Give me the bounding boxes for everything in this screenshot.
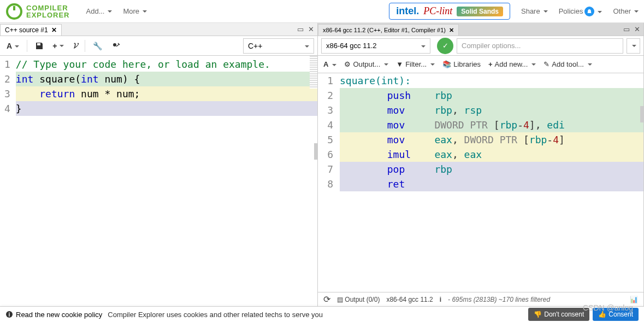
compiler-options-menu[interactable] [627, 38, 640, 54]
svg-rect-1 [13, 6, 15, 10]
logo-icon [5, 3, 23, 20]
source-tabbar: C++ source #1 ✕ ▭ ✕ [0, 23, 317, 36]
close-pane-icon[interactable]: ✕ [308, 25, 314, 33]
add-tool-button[interactable]: ✎ Add tool... [543, 60, 592, 68]
scrollbar[interactable] [640, 106, 643, 122]
logo-text: COMPILER EXPLORER [26, 4, 70, 19]
main-split: C++ source #1 ✕ ▭ ✕ A + 𝓥 🔧 C++ 1234 // … [0, 23, 644, 306]
cookie-bar: i Read the new cookie policy Compiler Ex… [0, 306, 644, 322]
output-toggle[interactable]: ▤ Output (0/0) [337, 296, 380, 303]
save-icon[interactable] [32, 39, 47, 52]
nav-more[interactable]: More [123, 7, 147, 15]
sponsor-solid: Solid Sands [457, 7, 503, 16]
svg-text:i: i [9, 312, 10, 318]
source-tab[interactable]: C++ source #1 ✕ [0, 24, 62, 36]
minimap[interactable] [310, 56, 317, 89]
wrench-icon[interactable]: 🔧 [90, 39, 105, 52]
nav-left-group: Add... More [86, 7, 147, 15]
stats-icon[interactable]: 📊 [630, 296, 638, 303]
compiler-tab-label: x86-64 gcc 11.2 (C++, Editor #1, Compile… [323, 27, 446, 33]
nav-other[interactable]: Other [613, 7, 639, 15]
compiler-select[interactable]: x86-64 gcc 11.2 [321, 38, 430, 54]
scrollbar[interactable] [314, 143, 317, 160]
timing-info: - 695ms (2813B) ~170 lines filtered [448, 296, 550, 303]
svg-rect-2 [9, 10, 13, 13]
asm-toolbar: A ⚙ Output... ▼ Filter... 📚 Libraries + … [318, 56, 643, 73]
info-icon[interactable]: i [440, 296, 441, 303]
reload-icon[interactable]: ⟳ [323, 294, 330, 305]
language-select[interactable]: C++ [243, 38, 314, 54]
bell-icon [584, 7, 594, 16]
info-icon: i [5, 311, 13, 318]
pane-window-controls: ▭ ✕ [297, 23, 317, 36]
close-pane-icon[interactable]: ✕ [634, 25, 640, 33]
add-new-button[interactable]: + Add new... [488, 60, 536, 68]
consent-button[interactable]: 👍 Consent [593, 308, 639, 321]
sponsor-intel: intel. [396, 5, 419, 17]
font-button[interactable]: A [323, 60, 336, 68]
run-icon[interactable] [108, 39, 124, 53]
source-gutter: 1234 [0, 56, 16, 306]
cookie-message: Compiler Explorer uses cookies and other… [108, 311, 323, 319]
svg-point-4 [113, 43, 116, 46]
status-ok-icon: ✓ [437, 38, 453, 54]
top-nav: COMPILER EXPLORER Add... More intel. PC-… [0, 0, 644, 23]
filter-button[interactable]: ▼ Filter... [396, 60, 435, 68]
nav-policies[interactable]: Policies [559, 7, 602, 16]
vim-icon[interactable]: 𝓥 [69, 39, 80, 52]
cookie-policy-link[interactable]: i Read the new cookie policy [5, 311, 102, 319]
close-icon[interactable]: ✕ [51, 26, 57, 34]
maximize-icon[interactable]: ▭ [623, 25, 630, 33]
compiler-pane: x86-64 gcc 11.2 (C++, Editor #1, Compile… [318, 23, 644, 306]
logo[interactable]: COMPILER EXPLORER [5, 3, 70, 20]
compiler-select-row: x86-64 gcc 11.2 ✓ Compiler options... [318, 36, 643, 56]
nav-share[interactable]: Share [521, 7, 548, 15]
libraries-button[interactable]: 📚 Libraries [442, 60, 481, 68]
output-button[interactable]: ⚙ Output... [344, 60, 388, 68]
sponsor-pclint: PC-lint [423, 5, 452, 17]
source-toolbar: A + 𝓥 🔧 C++ [0, 36, 317, 56]
maximize-icon[interactable]: ▭ [297, 25, 304, 33]
source-code[interactable]: // Type your code here, or load an examp… [16, 56, 317, 306]
compiler-options-input[interactable]: Compiler options... [457, 38, 623, 54]
pane-window-controls: ▭ ✕ [623, 23, 643, 36]
svg-rect-3 [37, 43, 40, 45]
compiler-name-status[interactable]: x86-64 gcc 11.2 [386, 296, 433, 303]
source-editor[interactable]: 1234 // Type your code here, or load an … [0, 56, 317, 306]
add-pane-button[interactable]: + [49, 39, 67, 52]
compiler-tab[interactable]: x86-64 gcc 11.2 (C++, Editor #1, Compile… [318, 24, 459, 36]
sponsor-box[interactable]: intel. PC-lint Solid Sands [389, 3, 510, 20]
source-tab-label: C++ source #1 [5, 26, 48, 34]
asm-editor[interactable]: 1square(int):2 push rbp3 mov rbp, rsp4 m… [318, 73, 643, 292]
compiler-tabbar: x86-64 gcc 11.2 (C++, Editor #1, Compile… [318, 23, 643, 36]
source-pane: C++ source #1 ✕ ▭ ✕ A + 𝓥 🔧 C++ 1234 // … [0, 23, 318, 306]
nav-add[interactable]: Add... [86, 7, 113, 15]
dont-consent-button[interactable]: 👎 Don't consent [528, 308, 589, 321]
nav-right-group: Share Policies Other [521, 7, 639, 16]
close-icon[interactable]: ✕ [449, 27, 454, 34]
font-button[interactable]: A [3, 39, 22, 52]
asm-statusbar: ⟳ ▤ Output (0/0) x86-64 gcc 11.2 i - 695… [318, 292, 643, 306]
